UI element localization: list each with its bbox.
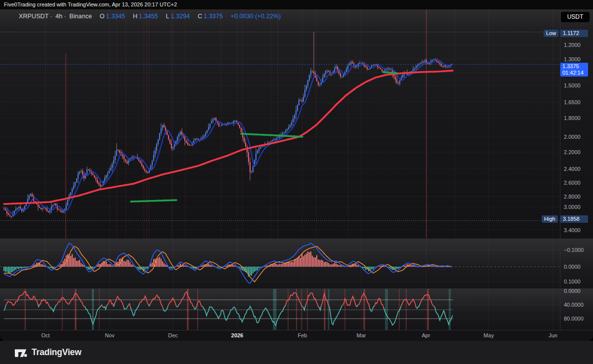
currency-button[interactable]: USDT <box>561 12 590 22</box>
stoch-signal-stripe-red <box>301 289 302 330</box>
stoch-line <box>103 306 107 310</box>
price-scale-tick: 3.0000 <box>564 204 581 210</box>
low-marker-label: Low <box>544 30 558 37</box>
time-axis-label: 2026 <box>231 332 243 338</box>
stoch-line <box>40 299 49 307</box>
stoch-line <box>149 304 150 306</box>
price-scale-tick: 2.0000 <box>564 134 581 140</box>
interval-label[interactable]: 4h <box>55 13 62 20</box>
macd-scale-tick: 0.1000 <box>564 279 581 284</box>
stoch-scale-tick: 0.0000 <box>564 288 581 294</box>
chart-canvas[interactable] <box>0 9 593 341</box>
time-axis-label: Dec <box>168 332 178 338</box>
open-value: 1.3345 <box>106 13 126 20</box>
stoch-signal-stripe-red <box>75 289 77 330</box>
fast-ma-line <box>4 60 452 215</box>
time-axis-label: Nov <box>105 332 115 338</box>
tradingview-logo-icon[interactable] <box>14 346 27 359</box>
stoch-line <box>49 305 56 312</box>
stoch-line <box>357 305 358 307</box>
stoch-signal-stripe-red <box>99 289 100 330</box>
price-scale-tick: 1.2000 <box>564 42 581 48</box>
countdown-timer: 01:42:14 <box>562 70 586 76</box>
close-label: C <box>198 13 202 20</box>
low-marker-price: 1.1172 <box>560 30 588 37</box>
open-label: O <box>100 13 105 20</box>
high-marker-label: High <box>542 215 558 223</box>
time-axis-label: May <box>484 332 494 338</box>
time-axis-label: Apr <box>422 332 430 338</box>
price-scale-tick: 2.4000 <box>564 166 581 172</box>
price-scale-tick: 1.3000 <box>564 56 581 62</box>
low-value: 1.3294 <box>171 13 190 20</box>
price-scale-tick: 3.4000 <box>564 227 581 233</box>
time-axis-label: Oct <box>41 332 49 338</box>
price-scale-tick: 1.6500 <box>564 99 581 105</box>
stoch-line <box>194 306 197 309</box>
time-axis-label: Jun <box>549 332 557 338</box>
high-label: H <box>133 13 137 20</box>
slow-ma-line <box>4 71 453 204</box>
stoch-line <box>107 300 114 307</box>
tradingview-chart-screenshot: Five0Trading created with TradingView.co… <box>0 0 593 364</box>
low-label: L <box>166 13 169 20</box>
current-price-box[interactable]: 1.3375 01:42:14 <box>560 63 588 77</box>
high-value: 1.3455 <box>139 13 158 20</box>
stoch-signal-stripe-red <box>307 289 308 330</box>
price-scale-tick: 2.2000 <box>564 149 581 155</box>
stoch-line <box>163 306 168 312</box>
stoch-line <box>114 303 115 307</box>
price-scale-tick: 2.6000 <box>564 180 581 186</box>
stoch-signal-stripe-red <box>62 289 63 330</box>
stoch-signal-stripe-red <box>288 289 289 330</box>
macd-scale-tick: 0.0000 <box>564 264 581 270</box>
stoch-line <box>150 295 163 308</box>
stoch-line <box>168 298 177 307</box>
tradingview-brand-text[interactable]: TradingView <box>32 347 82 358</box>
macd-scale-tick: −0.1000 <box>564 247 584 253</box>
stoch-signal-stripe-teal <box>328 289 330 330</box>
exchange-label: Binance <box>69 13 92 20</box>
stoch-signal-stripe-red <box>406 289 407 330</box>
green-ma-segment <box>241 134 302 137</box>
stoch-line <box>416 304 420 309</box>
time-axis[interactable]: OctNovDec2026FebMarAprMayJun <box>0 330 593 341</box>
stoch-line <box>329 306 342 324</box>
stoch-line <box>128 304 130 307</box>
stoch-line <box>370 306 375 312</box>
stoch-line <box>115 296 124 307</box>
stoch-signal-stripe-red <box>197 289 198 330</box>
current-price-value: 1.3375 <box>562 63 586 70</box>
stoch-line <box>102 305 103 307</box>
stoch-line <box>342 296 357 307</box>
stoch-scale-tick: 40.0000 <box>564 302 584 308</box>
attribution-text: Five0Trading created with TradingView.co… <box>4 1 177 7</box>
stoch-signal-stripe-red <box>25 289 26 330</box>
stoch-scale-tick: 80.0000 <box>564 316 584 322</box>
time-axis-label: Mar <box>357 332 366 338</box>
price-scale-tick: 1.8000 <box>564 115 581 121</box>
symbol-title[interactable]: XRPUSDT <box>19 13 48 20</box>
symbol-legend[interactable]: XRPUSDT· 4h· Binance O1.3345 H1.3455 L1.… <box>19 13 282 20</box>
price-scale-tick: 2.8000 <box>564 194 581 200</box>
footer-bar: TradingView <box>0 341 593 364</box>
change-value: +0.0030 (+0.22%) <box>231 13 281 20</box>
high-marker-price: 3.1858 <box>560 215 588 223</box>
stoch-signal-stripe-red <box>344 289 345 330</box>
green-ma-segment <box>131 200 176 202</box>
attribution-bar: Five0Trading created with TradingView.co… <box>0 0 593 9</box>
green-ma-segment <box>383 72 397 73</box>
stoch-line <box>401 299 416 308</box>
close-value: 1.3375 <box>204 13 223 20</box>
stoch-line <box>124 305 128 309</box>
price-scale-tick: 1.5000 <box>564 82 581 88</box>
stoch-line <box>420 294 434 306</box>
chart-widget: XRPUSDT· 4h· Binance O1.3345 H1.3455 L1.… <box>0 9 593 341</box>
time-axis-label: Feb <box>298 332 307 338</box>
stoch-signal-stripe-teal <box>385 289 388 330</box>
